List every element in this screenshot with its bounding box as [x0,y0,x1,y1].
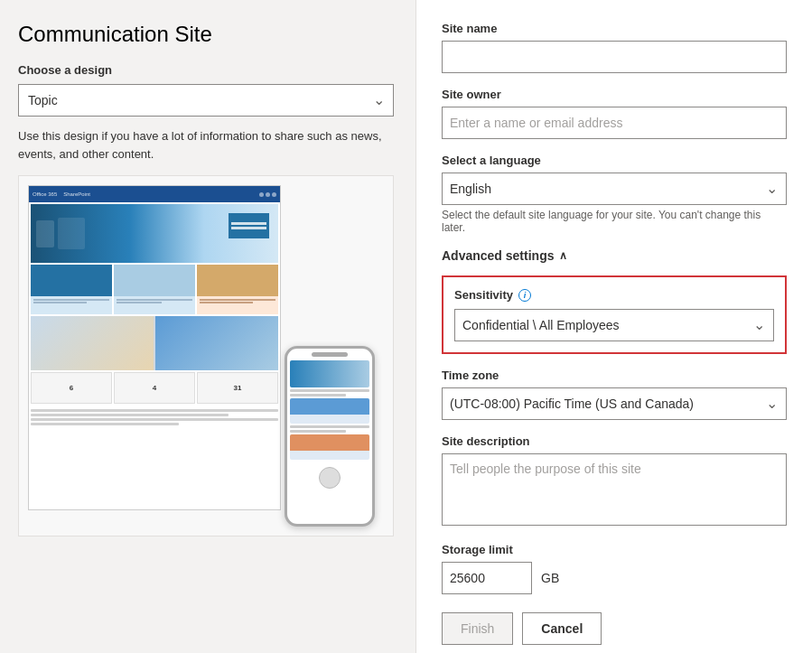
design-select[interactable]: Topic Showcase Blank [18,84,394,117]
mockup-icon-1 [259,192,264,197]
text-row-1 [31,409,278,412]
phone-card-img-2 [290,434,369,451]
storage-unit: GB [541,571,559,585]
card1-line-1 [33,299,109,301]
card3-line-2 [200,302,253,303]
cancel-button[interactable]: Cancel [522,612,602,645]
phone-notch [312,352,348,357]
site-name-label: Site name [442,22,787,35]
mockup-stat-3: 31 [197,372,278,404]
site-owner-group: Site owner [442,88,787,139]
mockup-bar-icons [259,192,276,197]
sensitivity-info-icon[interactable]: i [518,289,531,302]
wide-img-2 [155,316,278,370]
preview-inner: Office 365 SharePoint [19,176,393,536]
phone-line-4 [290,430,346,433]
mockup-icon-2 [266,192,270,197]
desktop-mockup: Office 365 SharePoint [28,185,281,510]
mockup-topbar: Office 365 SharePoint [29,186,280,202]
advanced-settings-label: Advanced settings [442,248,554,263]
mockup-card-2 [114,265,195,314]
phone-mockup [285,346,375,527]
language-helper-text: Select the default site language for you… [442,209,787,234]
phone-card-1 [290,398,369,424]
language-select[interactable]: English French Spanish [442,173,787,205]
choose-design-label: Choose a design [18,63,394,77]
mockup-office-text: Office 365 [33,191,57,197]
phone-line-2 [290,394,346,396]
button-row: Finish Cancel [442,612,787,645]
hero-block-blue [229,213,269,238]
mockup-card-1 [31,265,112,314]
mockup-text-rows [31,406,278,429]
finish-button[interactable]: Finish [442,612,513,645]
left-panel: Communication Site Choose a design Topic… [0,0,415,653]
text-row-2 [31,414,229,416]
phone-line-3 [290,425,369,428]
wide-img-1 [31,316,154,370]
sensitivity-label: Sensitivity [454,288,513,302]
phone-line-1 [290,389,369,392]
right-panel: Site name Site owner Select a language E… [415,0,812,653]
storage-limit-group: Storage limit GB [442,543,787,594]
site-description-label: Site description [442,434,787,448]
sensitivity-select[interactable]: Confidential \ All Employees Public Inte… [454,309,774,341]
card3-line-1 [200,299,275,301]
hero-shape-2 [58,218,85,249]
timezone-select-wrapper[interactable]: (UTC-08:00) Pacific Time (US and Canada)… [442,387,787,420]
card2-img [114,265,195,296]
mockup-card-grid [31,265,278,314]
sensitivity-select-wrapper[interactable]: Confidential \ All Employees Public Inte… [454,309,774,341]
mockup-wide-row [31,316,278,370]
mockup-stats-row: 6 4 31 [31,372,278,404]
timezone-label: Time zone [442,368,787,382]
language-label: Select a language [442,154,787,167]
timezone-group: Time zone (UTC-08:00) Pacific Time (US a… [442,368,787,420]
page-title: Communication Site [18,22,394,47]
design-select-wrapper[interactable]: Topic Showcase Blank [18,84,394,117]
card1-line-2 [33,302,87,303]
storage-input[interactable] [442,562,532,594]
mockup-stat-1: 6 [31,372,112,404]
card2-line-2 [117,302,162,303]
site-name-group: Site name [442,22,787,73]
sensitivity-label-row: Sensitivity i [454,288,774,302]
language-select-wrapper[interactable]: English French Spanish [442,173,787,205]
advanced-settings-toggle[interactable]: Advanced settings ∧ [442,248,787,263]
design-description: Use this design if you have a lot of inf… [18,127,394,163]
phone-card-2 [290,434,369,460]
text-row-4 [31,423,179,425]
mockup-body: 6 4 31 [29,202,280,509]
card1-img [31,265,112,296]
sensitivity-section: Sensitivity i Confidential \ All Employe… [442,275,787,354]
mockup-icon-3 [272,192,276,197]
hero-line-1 [231,222,266,225]
site-name-input[interactable] [442,41,787,73]
mockup-card-3 [197,265,278,314]
mockup-stat-2: 4 [114,372,195,404]
text-row-3 [31,418,278,421]
card1-text [31,296,112,306]
card2-line-1 [117,299,192,301]
site-owner-label: Site owner [442,88,787,101]
card3-img [197,265,278,296]
phone-hero [290,360,369,387]
mockup-sp-text: SharePoint [63,191,90,197]
phone-content [287,359,372,463]
advanced-chevron-icon: ∧ [559,249,567,262]
hero-shape-1 [36,220,54,247]
storage-limit-label: Storage limit [442,543,787,556]
storage-row: GB [442,562,787,594]
design-preview: Office 365 SharePoint [18,175,394,536]
timezone-select[interactable]: (UTC-08:00) Pacific Time (US and Canada)… [442,387,787,420]
language-group: Select a language English French Spanish… [442,154,787,234]
site-description-input[interactable] [442,453,787,526]
hero-line-2 [231,227,266,229]
mockup-hero [31,204,278,263]
card2-text [114,296,195,306]
site-owner-input[interactable] [442,107,787,139]
phone-home-button [319,467,341,489]
card3-text [197,296,278,306]
phone-card-img-1 [290,398,369,415]
site-description-group: Site description [442,434,787,528]
